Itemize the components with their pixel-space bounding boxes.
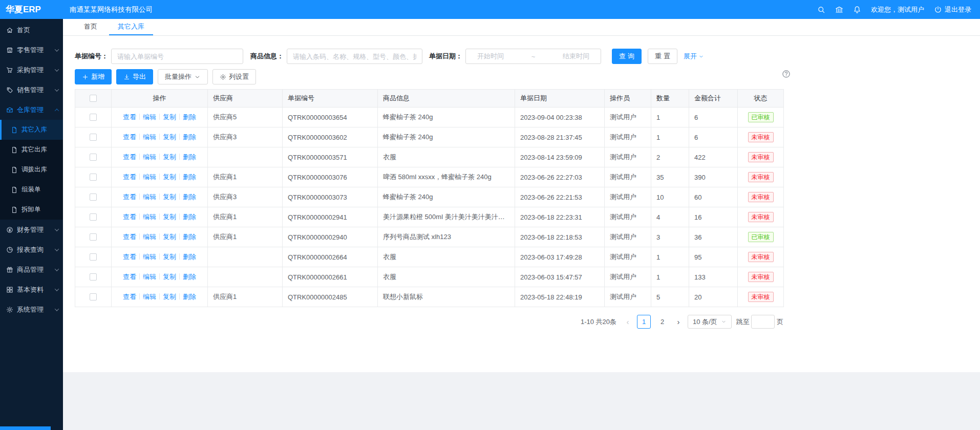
logout-button[interactable]: 退出登录 <box>934 5 971 14</box>
cell-status: 未审核 <box>738 167 784 187</box>
sidebar-subitem-transfer-outbound[interactable]: 调拨出库 <box>0 160 63 180</box>
row-delete-link[interactable]: 删除 <box>183 213 196 221</box>
row-copy-link[interactable]: 复制 <box>163 253 176 261</box>
sidebar-item-finance[interactable]: 财务管理 <box>0 220 63 240</box>
row-view-link[interactable]: 查看 <box>123 193 136 201</box>
sidebar-subitem-other-inbound[interactable]: 其它入库 <box>0 120 63 140</box>
row-view-link[interactable]: 查看 <box>123 133 136 141</box>
sidebar-item-warehouse[interactable]: 仓库管理 <box>0 100 63 120</box>
row-delete-link[interactable]: 删除 <box>183 233 196 241</box>
app-logo[interactable]: 华夏ERP <box>0 4 63 15</box>
sidebar-item-report[interactable]: 报表查询 <box>0 240 63 260</box>
cell-date: 2023-08-14 23:59:09 <box>515 147 605 167</box>
row-copy-link[interactable]: 复制 <box>163 133 176 141</box>
row-checkbox[interactable] <box>90 293 97 300</box>
row-delete-link[interactable]: 删除 <box>183 153 196 161</box>
date-range-picker[interactable]: 开始时间 ~ 结束时间 <box>465 49 601 64</box>
row-copy-link[interactable]: 复制 <box>163 153 176 161</box>
sidebar-subitem-assembly[interactable]: 组装单 <box>0 180 63 200</box>
row-delete-link[interactable]: 删除 <box>183 273 196 281</box>
sidebar-subitem-other-outbound[interactable]: 其它出库 <box>0 140 63 160</box>
cell-actions: 查看编辑复制删除 <box>112 187 208 207</box>
sidebar-item-home[interactable]: 首页 <box>0 20 63 40</box>
row-delete-link[interactable]: 删除 <box>183 113 196 121</box>
row-delete-link[interactable]: 删除 <box>183 133 196 141</box>
row-copy-link[interactable]: 复制 <box>163 293 176 300</box>
status-badge: 已审核 <box>748 232 774 242</box>
row-checkbox[interactable] <box>90 253 97 261</box>
sidebar-item-goods[interactable]: 商品管理 <box>0 260 63 280</box>
row-view-link[interactable]: 查看 <box>123 153 136 161</box>
row-copy-link[interactable]: 复制 <box>163 113 176 121</box>
row-edit-link[interactable]: 编辑 <box>143 213 156 221</box>
expand-link[interactable]: 展开 <box>684 52 704 61</box>
row-view-link[interactable]: 查看 <box>123 213 136 221</box>
row-copy-link[interactable]: 复制 <box>163 233 176 241</box>
search-icon[interactable] <box>817 6 825 14</box>
row-delete-link[interactable]: 删除 <box>183 173 196 181</box>
row-view-link[interactable]: 查看 <box>123 173 136 181</box>
cell-qty: 1 <box>651 127 689 147</box>
row-checkbox[interactable] <box>90 154 97 161</box>
row-checkbox[interactable] <box>90 134 97 141</box>
sidebar-item-retail[interactable]: 零售管理 <box>0 40 63 60</box>
page-1-button[interactable]: 1 <box>637 315 651 329</box>
row-view-link[interactable]: 查看 <box>123 273 136 281</box>
row-checkbox[interactable] <box>90 174 97 181</box>
top-header: 华夏ERP 南通某某网络科技有限公司 欢迎您，测试用户 退出登录 <box>0 0 980 19</box>
row-checkbox[interactable] <box>90 213 97 221</box>
bank-icon[interactable] <box>835 6 843 14</box>
row-delete-link[interactable]: 删除 <box>183 293 196 300</box>
row-edit-link[interactable]: 编辑 <box>143 113 156 121</box>
search-button[interactable]: 查询 <box>612 49 642 64</box>
row-edit-link[interactable]: 编辑 <box>143 153 156 161</box>
row-checkbox[interactable] <box>90 233 97 241</box>
sidebar-item-system[interactable]: 系统管理 <box>0 299 63 319</box>
row-checkbox[interactable] <box>90 193 97 201</box>
tab-other-inbound[interactable]: 其它入库 <box>109 19 153 35</box>
sidebar-item-basic[interactable]: 基本资料 <box>0 280 63 299</box>
row-copy-link[interactable]: 复制 <box>163 173 176 181</box>
row-edit-link[interactable]: 编辑 <box>143 173 156 181</box>
row-edit-link[interactable]: 编辑 <box>143 133 156 141</box>
row-delete-link[interactable]: 删除 <box>183 193 196 201</box>
page-2-button[interactable]: 2 <box>655 315 669 329</box>
cell-goods: 美汁源果粒橙 500ml 美汁美汁美汁美汁美汁美... <box>378 207 515 227</box>
row-view-link[interactable]: 查看 <box>123 293 136 300</box>
prev-page-button[interactable]: ‹ <box>623 315 632 329</box>
bill-no-input[interactable] <box>111 49 243 64</box>
sidebar-item-purchase[interactable]: 采购管理 <box>0 60 63 80</box>
select-all-checkbox[interactable] <box>90 95 97 102</box>
row-edit-link[interactable]: 编辑 <box>143 293 156 300</box>
row-view-link[interactable]: 查看 <box>123 233 136 241</box>
tab-home[interactable]: 首页 <box>75 19 106 35</box>
column-settings-button[interactable]: 列设置 <box>212 69 256 84</box>
next-page-button[interactable]: › <box>674 315 683 329</box>
row-copy-link[interactable]: 复制 <box>163 193 176 201</box>
goods-info-input[interactable] <box>287 49 422 64</box>
sidebar-subitem-disassembly[interactable]: 拆卸单 <box>0 200 63 220</box>
doc-icon <box>11 126 18 134</box>
row-edit-link[interactable]: 编辑 <box>143 233 156 241</box>
add-button[interactable]: 新增 <box>75 69 112 84</box>
cell-supplier: 供应商5 <box>208 107 283 127</box>
row-view-link[interactable]: 查看 <box>123 113 136 121</box>
export-button[interactable]: 导出 <box>116 69 153 84</box>
cell-date: 2023-06-18 22:23:31 <box>515 207 605 227</box>
reset-button[interactable]: 重置 <box>648 49 677 64</box>
row-edit-link[interactable]: 编辑 <box>143 193 156 201</box>
row-edit-link[interactable]: 编辑 <box>143 273 156 281</box>
row-copy-link[interactable]: 复制 <box>163 273 176 281</box>
row-copy-link[interactable]: 复制 <box>163 213 176 221</box>
batch-actions-button[interactable]: 批量操作 <box>158 69 208 84</box>
bell-icon[interactable] <box>853 6 861 14</box>
jump-page-input[interactable] <box>751 315 775 329</box>
help-icon[interactable] <box>782 70 791 78</box>
row-checkbox[interactable] <box>90 273 97 281</box>
page-size-select[interactable]: 10 条/页 <box>688 315 732 329</box>
row-checkbox[interactable] <box>90 114 97 121</box>
row-delete-link[interactable]: 删除 <box>183 253 196 261</box>
row-view-link[interactable]: 查看 <box>123 253 136 261</box>
row-edit-link[interactable]: 编辑 <box>143 253 156 261</box>
sidebar-item-sales[interactable]: 销售管理 <box>0 80 63 100</box>
